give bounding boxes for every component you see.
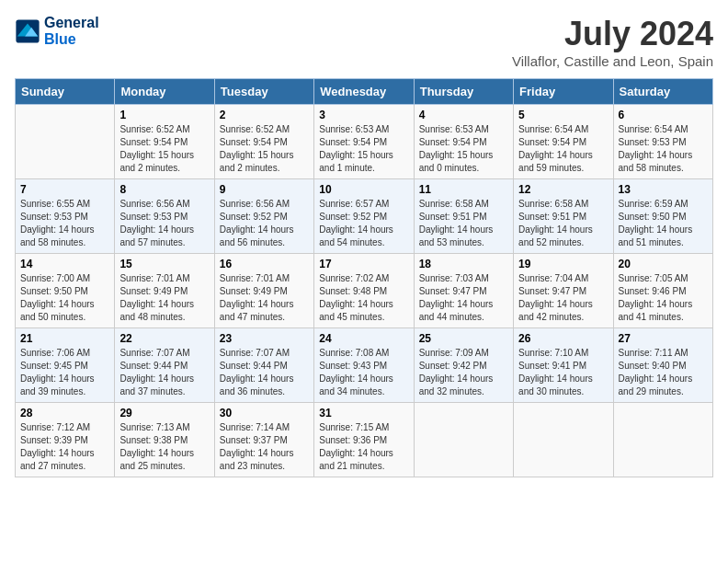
day-number: 29: [119, 407, 209, 419]
logo-text-line1: General: [44, 15, 99, 31]
day-number: 14: [20, 258, 109, 270]
calendar-header-row: SundayMondayTuesdayWednesdayThursdayFrid…: [16, 79, 713, 105]
calendar-week-row: 28Sunrise: 7:12 AMSunset: 9:39 PMDayligh…: [16, 403, 713, 477]
day-number: 15: [119, 258, 209, 270]
day-info: Sunrise: 6:52 AMSunset: 9:54 PMDaylight:…: [119, 123, 209, 175]
calendar-cell: 25Sunrise: 7:09 AMSunset: 9:42 PMDayligh…: [414, 328, 513, 403]
logo: General Blue: [15, 15, 99, 47]
calendar-cell: 4Sunrise: 6:53 AMSunset: 9:54 PMDaylight…: [414, 105, 513, 179]
day-number: 26: [518, 332, 608, 345]
day-info: Sunrise: 7:08 AMSunset: 9:43 PMDaylight:…: [319, 347, 408, 398]
day-number: 31: [319, 407, 408, 419]
day-info: Sunrise: 6:58 AMSunset: 9:51 PMDaylight:…: [518, 198, 608, 249]
calendar-week-row: 21Sunrise: 7:06 AMSunset: 9:45 PMDayligh…: [16, 328, 713, 403]
day-number: 30: [220, 407, 309, 419]
month-title: July 2024: [512, 15, 713, 53]
day-info: Sunrise: 6:59 AMSunset: 9:50 PMDaylight:…: [619, 198, 708, 249]
day-info: Sunrise: 7:03 AMSunset: 9:47 PMDaylight:…: [419, 272, 508, 324]
day-info: Sunrise: 6:54 AMSunset: 9:54 PMDaylight:…: [518, 123, 608, 175]
day-info: Sunrise: 7:14 AMSunset: 9:37 PMDaylight:…: [220, 421, 309, 473]
calendar-cell: [16, 105, 115, 179]
title-block: July 2024 Villaflor, Castille and Leon, …: [512, 15, 713, 69]
calendar-cell: 21Sunrise: 7:06 AMSunset: 9:45 PMDayligh…: [16, 328, 115, 403]
calendar-cell: 2Sunrise: 6:52 AMSunset: 9:54 PMDaylight…: [214, 105, 313, 179]
day-info: Sunrise: 7:04 AMSunset: 9:47 PMDaylight:…: [518, 272, 608, 324]
day-info: Sunrise: 6:56 AMSunset: 9:53 PMDaylight:…: [119, 198, 209, 249]
calendar-cell: 1Sunrise: 6:52 AMSunset: 9:54 PMDaylight…: [115, 105, 214, 179]
calendar-cell: 15Sunrise: 7:01 AMSunset: 9:49 PMDayligh…: [115, 254, 214, 328]
day-header-friday: Friday: [514, 79, 613, 105]
calendar-cell: 17Sunrise: 7:02 AMSunset: 9:48 PMDayligh…: [314, 254, 414, 328]
calendar-cell: 19Sunrise: 7:04 AMSunset: 9:47 PMDayligh…: [514, 254, 613, 328]
day-number: 10: [319, 183, 408, 196]
day-number: 5: [518, 109, 608, 121]
day-info: Sunrise: 6:58 AMSunset: 9:51 PMDaylight:…: [419, 198, 508, 249]
day-info: Sunrise: 7:10 AMSunset: 9:41 PMDaylight:…: [518, 347, 608, 398]
calendar-cell: 26Sunrise: 7:10 AMSunset: 9:41 PMDayligh…: [514, 328, 613, 403]
day-number: 24: [319, 332, 408, 345]
day-info: Sunrise: 6:52 AMSunset: 9:54 PMDaylight:…: [220, 123, 309, 175]
calendar-cell: 30Sunrise: 7:14 AMSunset: 9:37 PMDayligh…: [214, 403, 313, 477]
day-number: 20: [619, 258, 708, 270]
day-info: Sunrise: 7:01 AMSunset: 9:49 PMDaylight:…: [119, 272, 209, 324]
calendar-cell: [414, 403, 513, 477]
day-header-sunday: Sunday: [16, 79, 115, 105]
day-number: 8: [119, 183, 209, 196]
day-number: 3: [319, 109, 408, 121]
day-header-saturday: Saturday: [613, 79, 712, 105]
day-info: Sunrise: 7:05 AMSunset: 9:46 PMDaylight:…: [619, 272, 708, 324]
calendar-cell: 8Sunrise: 6:56 AMSunset: 9:53 PMDaylight…: [115, 179, 214, 254]
day-info: Sunrise: 7:06 AMSunset: 9:45 PMDaylight:…: [20, 347, 109, 398]
day-info: Sunrise: 6:55 AMSunset: 9:53 PMDaylight:…: [20, 198, 109, 249]
calendar-cell: 20Sunrise: 7:05 AMSunset: 9:46 PMDayligh…: [613, 254, 712, 328]
day-number: 21: [20, 332, 109, 345]
calendar-week-row: 14Sunrise: 7:00 AMSunset: 9:50 PMDayligh…: [16, 254, 713, 328]
day-info: Sunrise: 7:15 AMSunset: 9:36 PMDaylight:…: [319, 421, 408, 473]
day-number: 18: [419, 258, 508, 270]
day-number: 12: [518, 183, 608, 196]
day-info: Sunrise: 6:53 AMSunset: 9:54 PMDaylight:…: [319, 123, 408, 175]
day-info: Sunrise: 7:07 AMSunset: 9:44 PMDaylight:…: [119, 347, 209, 398]
calendar-table: SundayMondayTuesdayWednesdayThursdayFrid…: [15, 78, 713, 477]
day-info: Sunrise: 7:13 AMSunset: 9:38 PMDaylight:…: [119, 421, 209, 473]
location-title: Villaflor, Castille and Leon, Spain: [512, 53, 713, 69]
day-number: 4: [419, 109, 508, 121]
calendar-cell: 29Sunrise: 7:13 AMSunset: 9:38 PMDayligh…: [115, 403, 214, 477]
day-number: 11: [419, 183, 508, 196]
day-info: Sunrise: 7:07 AMSunset: 9:44 PMDaylight:…: [220, 347, 309, 398]
calendar-cell: 3Sunrise: 6:53 AMSunset: 9:54 PMDaylight…: [314, 105, 414, 179]
logo-text-line2: Blue: [44, 31, 99, 48]
day-info: Sunrise: 6:53 AMSunset: 9:54 PMDaylight:…: [419, 123, 508, 175]
day-header-thursday: Thursday: [414, 79, 513, 105]
day-info: Sunrise: 6:54 AMSunset: 9:53 PMDaylight:…: [619, 123, 708, 175]
day-info: Sunrise: 7:12 AMSunset: 9:39 PMDaylight:…: [20, 421, 109, 473]
day-number: 17: [319, 258, 408, 270]
calendar-cell: 23Sunrise: 7:07 AMSunset: 9:44 PMDayligh…: [214, 328, 313, 403]
day-header-monday: Monday: [115, 79, 214, 105]
day-info: Sunrise: 7:02 AMSunset: 9:48 PMDaylight:…: [319, 272, 408, 324]
day-info: Sunrise: 6:56 AMSunset: 9:52 PMDaylight:…: [220, 198, 309, 249]
calendar-cell: 28Sunrise: 7:12 AMSunset: 9:39 PMDayligh…: [16, 403, 115, 477]
calendar-cell: 24Sunrise: 7:08 AMSunset: 9:43 PMDayligh…: [314, 328, 414, 403]
day-number: 16: [220, 258, 309, 270]
calendar-cell: 16Sunrise: 7:01 AMSunset: 9:49 PMDayligh…: [214, 254, 313, 328]
day-header-wednesday: Wednesday: [314, 79, 414, 105]
day-number: 1: [119, 109, 209, 121]
calendar-cell: 7Sunrise: 6:55 AMSunset: 9:53 PMDaylight…: [16, 179, 115, 254]
day-info: Sunrise: 7:09 AMSunset: 9:42 PMDaylight:…: [419, 347, 508, 398]
calendar-cell: 13Sunrise: 6:59 AMSunset: 9:50 PMDayligh…: [613, 179, 712, 254]
day-info: Sunrise: 7:11 AMSunset: 9:40 PMDaylight:…: [619, 347, 708, 398]
calendar-cell: [613, 403, 712, 477]
day-number: 22: [119, 332, 209, 345]
calendar-cell: 9Sunrise: 6:56 AMSunset: 9:52 PMDaylight…: [214, 179, 313, 254]
day-number: 25: [419, 332, 508, 345]
calendar-cell: 31Sunrise: 7:15 AMSunset: 9:36 PMDayligh…: [314, 403, 414, 477]
calendar-cell: 10Sunrise: 6:57 AMSunset: 9:52 PMDayligh…: [314, 179, 414, 254]
calendar-cell: 22Sunrise: 7:07 AMSunset: 9:44 PMDayligh…: [115, 328, 214, 403]
calendar-cell: 12Sunrise: 6:58 AMSunset: 9:51 PMDayligh…: [514, 179, 613, 254]
calendar-body: 1Sunrise: 6:52 AMSunset: 9:54 PMDaylight…: [16, 105, 713, 477]
calendar-week-row: 1Sunrise: 6:52 AMSunset: 9:54 PMDaylight…: [16, 105, 713, 179]
page-header: General Blue July 2024 Villaflor, Castil…: [15, 15, 713, 69]
day-info: Sunrise: 6:57 AMSunset: 9:52 PMDaylight:…: [319, 198, 408, 249]
day-info: Sunrise: 7:00 AMSunset: 9:50 PMDaylight:…: [20, 272, 109, 324]
